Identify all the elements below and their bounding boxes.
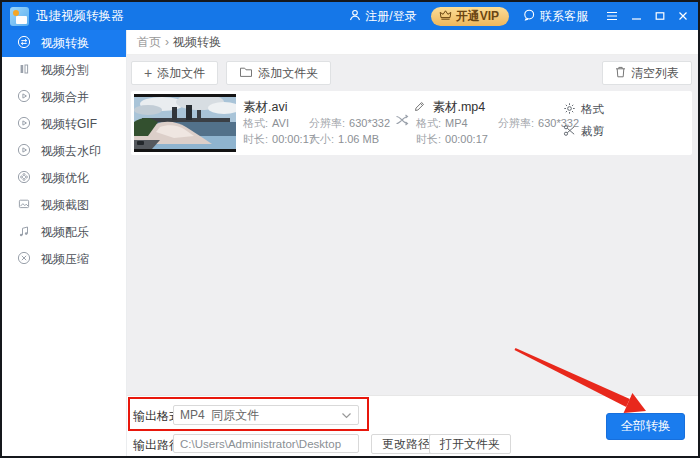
output-path-input[interactable] [173, 434, 359, 453]
output-panel: 输出格式 MP4 同原文件 输出路径 更改路径 打开文件夹 全部转换 [127, 395, 698, 456]
add-file-button[interactable]: + 添加文件 [131, 61, 218, 85]
play-circle-icon [17, 89, 31, 106]
support-button[interactable]: 联系客服 [523, 8, 588, 25]
sidebar-item-video-remove-watermark[interactable]: 视频去水印 [2, 138, 126, 165]
play-circle-icon [17, 143, 31, 160]
title-bar: 迅捷视频转换器 注册/登录 开通VIP 联系客服 [2, 2, 698, 30]
play-circle-icon [17, 116, 31, 133]
convert-all-button[interactable]: 全部转换 [606, 413, 685, 440]
app-title: 迅捷视频转换器 [36, 8, 124, 25]
add-folder-button[interactable]: 添加文件夹 [226, 61, 331, 85]
source-size-label: 大小: [309, 133, 334, 145]
source-format-value: AVI [272, 117, 289, 129]
open-folder-button[interactable]: 打开文件夹 [429, 434, 511, 454]
target-duration-value: 00:00:17 [445, 133, 488, 145]
output-format-select[interactable]: MP4 同原文件 [173, 405, 359, 425]
target-resolution-label: 分辨率: [498, 117, 534, 129]
source-resolution-value: 630*332 [349, 117, 390, 129]
edit-pencil-icon[interactable] [414, 101, 425, 112]
sidebar: 视频转换 视频分割 视频合并 视频转GIF 视频去水印 视频优化 [2, 30, 127, 456]
target-format-label: 格式: [416, 117, 441, 129]
chevron-down-icon [341, 412, 352, 419]
scissors-icon [563, 124, 576, 139]
convert-icon [17, 35, 31, 52]
sidebar-item-video-split[interactable]: 视频分割 [2, 57, 126, 84]
minimize-button[interactable] [631, 11, 642, 21]
sidebar-item-video-convert[interactable]: 视频转换 [2, 30, 126, 57]
breadcrumb: 首页 › 视频转换 [127, 30, 698, 55]
file-row[interactable]: 素材.avi 格式:AVI 分辨率:630*332 时长:00:00:17 大小… [131, 91, 692, 155]
gear-icon [563, 102, 576, 117]
target-duration-label: 时长: [416, 133, 441, 145]
app-window: 迅捷视频转换器 注册/登录 开通VIP 联系客服 [0, 0, 700, 458]
file-list-area: + 添加文件 添加文件夹 清空列表 [127, 55, 698, 395]
user-icon [349, 9, 361, 24]
sidebar-item-video-optimize[interactable]: 视频优化 [2, 165, 126, 192]
image-icon [17, 197, 31, 214]
maximize-button[interactable] [655, 11, 665, 21]
split-icon [17, 62, 31, 79]
chat-icon [523, 9, 536, 24]
breadcrumb-home[interactable]: 首页 [137, 34, 161, 51]
breadcrumb-current: 视频转换 [173, 34, 221, 51]
target-format-value: MP4 [445, 117, 468, 129]
sidebar-item-video-screenshot[interactable]: 视频截图 [2, 192, 126, 219]
crown-icon [439, 9, 452, 23]
source-format-label: 格式: [243, 117, 268, 129]
row-crop-button[interactable]: 裁剪 [563, 124, 604, 139]
sidebar-item-video-merge[interactable]: 视频合并 [2, 84, 126, 111]
plus-icon: + [144, 65, 152, 81]
source-size-value: 1.06 MB [338, 133, 379, 145]
login-button[interactable]: 注册/登录 [349, 8, 416, 25]
clear-list-button[interactable]: 清空列表 [602, 61, 692, 85]
film-reel-icon [17, 170, 31, 187]
source-duration-label: 时长: [243, 133, 268, 145]
vip-button[interactable]: 开通VIP [431, 7, 509, 26]
source-file-name: 素材.avi [243, 99, 287, 116]
row-format-button[interactable]: 格式 [563, 102, 604, 117]
compress-icon [17, 251, 31, 268]
target-file-name: 素材.mp4 [432, 100, 485, 114]
source-resolution-label: 分辨率: [309, 117, 345, 129]
app-logo-icon [10, 7, 29, 26]
sidebar-item-video-music[interactable]: 视频配乐 [2, 219, 126, 246]
video-thumbnail [134, 94, 236, 152]
target-file-name-row[interactable]: 素材.mp4 [414, 99, 485, 116]
menu-icon[interactable] [606, 11, 618, 21]
close-button[interactable] [678, 11, 688, 21]
trash-icon [615, 66, 626, 81]
folder-icon [239, 66, 253, 81]
sidebar-item-video-to-gif[interactable]: 视频转GIF [2, 111, 126, 138]
swap-arrows-icon [395, 114, 409, 129]
music-note-icon [17, 224, 31, 241]
sidebar-item-video-compress[interactable]: 视频压缩 [2, 246, 126, 273]
